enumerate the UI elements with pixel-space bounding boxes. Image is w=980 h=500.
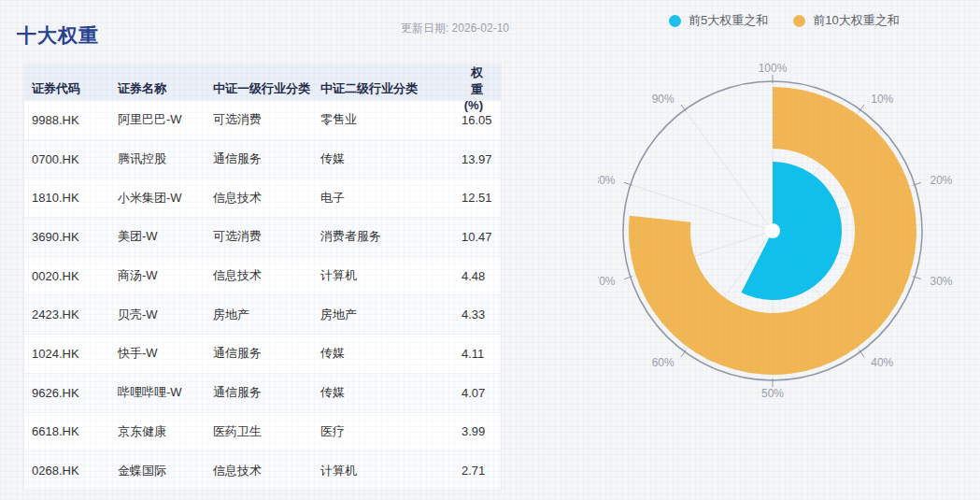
axis-tick-label: 40%: [871, 356, 893, 369]
cell-industry-l1: 信息技术: [213, 190, 320, 207]
polar-spoke: [685, 110, 773, 231]
legend-item-top10[interactable]: 前10大权重之和: [793, 12, 899, 29]
cell-industry-l1: 房地产: [213, 307, 320, 323]
table-row: 0268.HK金蝶国际信息技术计算机2.71: [24, 450, 501, 490]
cell-code: 2423.HK: [32, 307, 118, 321]
cell-industry-l2: 电子: [320, 190, 462, 207]
table-row: 9626.HK哔哩哔哩-W通信服务传媒4.07: [24, 373, 501, 412]
cell-code: 3690.HK: [32, 230, 118, 244]
cell-weight: 3.99: [462, 424, 485, 438]
cell-name: 腾讯控股: [118, 150, 213, 167]
legend-dot-icon: [793, 15, 805, 27]
cell-industry-l2: 医疗: [320, 423, 462, 440]
axis-tick-label: 90%: [652, 93, 675, 106]
cell-weight: 4.07: [462, 386, 485, 400]
cell-industry-l2: 消费者服务: [320, 228, 462, 245]
cell-industry-l2: 房地产: [320, 307, 462, 323]
cell-code: 1024.HK: [32, 347, 118, 361]
cell-industry-l2: 计算机: [320, 267, 462, 284]
axis-tick-label: 20%: [930, 174, 952, 187]
cell-industry-l1: 通信服务: [213, 384, 320, 401]
axis-tick-label: 50%: [761, 387, 784, 400]
col-header-code: 证券代码: [32, 80, 118, 97]
chart-legend: 前5大权重之和 前10大权重之和: [669, 12, 900, 29]
cell-name: 金蝶国际: [118, 463, 213, 479]
page-title: 十大权重: [17, 22, 99, 49]
cell-industry-l2: 传媒: [320, 345, 462, 362]
update-date: 更新日期: 2026-02-10: [392, 21, 509, 36]
cell-industry-l1: 可选消费: [213, 228, 320, 245]
cell-name: 美团-W: [118, 228, 213, 245]
col-header-weight: 权重(%): [462, 64, 483, 112]
cell-code: 1810.HK: [32, 191, 118, 205]
cell-code: 9988.HK: [32, 113, 118, 127]
col-header-industry-l1: 中证一级行业分类: [213, 80, 320, 97]
cell-weight: 12.51: [462, 191, 492, 205]
cell-industry-l1: 通信服务: [213, 150, 320, 167]
cell-weight: 13.97: [462, 152, 492, 166]
table-row: 9988.HK阿里巴巴-W可选消费零售业16.05: [24, 100, 501, 139]
axis-tick-label: 80%: [598, 174, 616, 187]
series-top5-sector[interactable]: [741, 162, 842, 300]
cell-name: 商汤-W: [118, 267, 213, 284]
weights-polar-chart: 100%10%20%30%40%50%60%70%80%90%: [598, 56, 972, 430]
axis-tick-label: 60%: [652, 356, 675, 369]
cell-industry-l1: 通信服务: [213, 345, 320, 362]
cell-code: 9626.HK: [32, 386, 118, 400]
table-row: 0020.HK商汤-W信息技术计算机4.48: [24, 256, 501, 295]
cell-industry-l2: 计算机: [320, 463, 462, 479]
table-row: 6618.HK京东健康医药卫生医疗3.99: [24, 412, 501, 451]
cell-name: 京东健康: [118, 423, 213, 440]
center-dot: [765, 223, 780, 238]
cell-name: 小米集团-W: [118, 190, 213, 207]
col-header-industry-l2: 中证二级行业分类: [320, 80, 462, 97]
cell-name: 哔哩哔哩-W: [118, 384, 213, 401]
cell-name: 贝壳-W: [118, 307, 213, 323]
cell-weight: 4.33: [462, 307, 485, 321]
cell-industry-l1: 信息技术: [213, 267, 320, 284]
cell-weight: 16.05: [462, 113, 492, 127]
table-row: 1810.HK小米集团-W信息技术电子12.51: [24, 178, 501, 217]
legend-item-top5[interactable]: 前5大权重之和: [669, 12, 768, 29]
axis-tick-label: 70%: [598, 275, 616, 288]
cell-industry-l1: 医药卫生: [213, 423, 320, 440]
table-row: 2423.HK贝壳-W房地产房地产4.33: [24, 294, 501, 334]
cell-industry-l1: 可选消费: [213, 111, 320, 128]
cell-code: 6618.HK: [32, 424, 118, 438]
axis-tick-label: 10%: [871, 93, 893, 106]
table-body: 9988.HK阿里巴巴-W可选消费零售业16.050700.HK腾讯控股通信服务…: [24, 100, 501, 490]
cell-industry-l2: 传媒: [320, 150, 462, 167]
cell-name: 快手-W: [118, 345, 213, 362]
axis-tick-label: 30%: [930, 275, 952, 288]
axis-tick-label: 100%: [759, 62, 788, 75]
cell-code: 0700.HK: [32, 152, 118, 166]
table-header-row: 证券代码 证券名称 中证一级行业分类 中证二级行业分类 权重(%): [24, 64, 501, 100]
cell-weight: 2.71: [462, 464, 485, 478]
cell-industry-l2: 零售业: [320, 111, 462, 128]
legend-label-top10: 前10大权重之和: [813, 12, 899, 29]
cell-name: 阿里巴巴-W: [118, 111, 213, 128]
table-row: 3690.HK美团-W可选消费消费者服务10.47: [24, 217, 501, 256]
cell-weight: 4.48: [462, 269, 485, 283]
cell-weight: 4.11: [462, 347, 484, 361]
cell-industry-l1: 信息技术: [213, 463, 320, 479]
table-row: 0700.HK腾讯控股通信服务传媒13.97: [24, 139, 501, 179]
cell-weight: 10.47: [462, 230, 492, 244]
weights-table: 证券代码 证券名称 中证一级行业分类 中证二级行业分类 权重(%) 9988.H…: [23, 64, 502, 491]
table-row: 1024.HK快手-W通信服务传媒4.11: [24, 334, 501, 373]
cell-code: 0268.HK: [32, 464, 118, 478]
legend-label-top5: 前5大权重之和: [689, 12, 768, 29]
cell-code: 0020.HK: [32, 269, 118, 283]
col-header-name: 证券名称: [118, 80, 213, 97]
legend-dot-icon: [669, 15, 681, 27]
cell-industry-l2: 传媒: [320, 384, 462, 401]
